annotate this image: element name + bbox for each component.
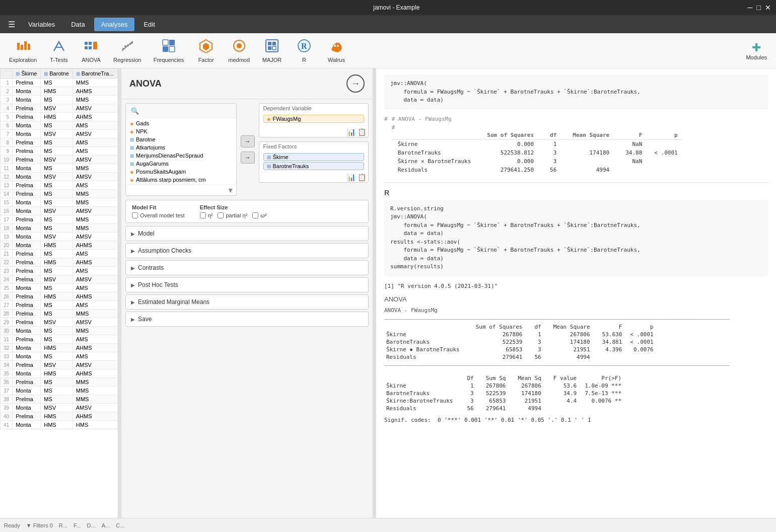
col-header-barotnetrauks[interactable]: ⊞ BarotneTra... — [73, 69, 117, 79]
eta-input[interactable] — [200, 212, 206, 218]
statusbar-r[interactable]: R... — [59, 522, 67, 528]
dependent-chip[interactable]: ◈ FWaugsMg — [263, 115, 365, 123]
fixed-factor-barotnetrauks[interactable]: ⊞ BarotneTrauks — [263, 162, 365, 170]
svg-point-32 — [337, 45, 339, 47]
modules-button[interactable]: ✚ Modules — [741, 38, 772, 63]
source-var-item[interactable]: ◈Attālums starp posmiem, cm — [126, 176, 236, 184]
t3r1c1: 1 — [461, 382, 479, 390]
run-analysis-button[interactable]: → — [346, 74, 365, 93]
skirne-cell: Prelma — [13, 395, 41, 404]
overall-model-test-checkbox[interactable]: Overall model test — [132, 212, 185, 218]
t3r4c0: Residuals — [384, 405, 461, 412]
skirne-col-icon: ⊞ — [16, 71, 20, 77]
save-header[interactable]: ▶ Save — [126, 312, 368, 326]
toolbar-factor[interactable]: Factor — [191, 36, 221, 66]
td-skirne-ss: 0.000 — [479, 139, 542, 148]
variable-search-button[interactable]: 🔍 — [130, 106, 140, 116]
td-barotne-1: BarotneTrauks — [392, 148, 479, 157]
toolbar-exploration[interactable]: Exploration — [4, 36, 42, 66]
col-header-skirne[interactable]: ⊞ Škirne — [13, 69, 41, 79]
save-chevron: ▶ — [131, 317, 135, 322]
toolbar-anova[interactable]: ANOVA — [76, 36, 106, 66]
svg-rect-0 — [17, 43, 20, 50]
skirne-name: Škirne — [273, 154, 289, 160]
var-name: Barotne — [136, 136, 156, 142]
analysis-body[interactable]: 🔍 ◈Gads◈NPK⊞Barotne⊞Atkartojums⊞Merijums… — [121, 99, 373, 518]
eta-checkbox[interactable]: η² — [200, 212, 213, 218]
toolbar-walrus[interactable]: Walrus — [321, 36, 351, 66]
overall-model-test-input[interactable] — [132, 212, 138, 218]
omega-input[interactable] — [252, 212, 258, 218]
filter-button[interactable]: ▼ Filters 0 — [26, 522, 53, 528]
fixed-factors-table-btn[interactable]: 📋 — [358, 173, 366, 181]
toolbar-medmod[interactable]: medmod — [223, 36, 255, 66]
row-num-cell: 36 — [1, 378, 13, 387]
barotnetrauks-cell: AHMS — [73, 344, 117, 352]
fixed-factor-skirne[interactable]: ⊞ Škirne — [263, 153, 365, 161]
post-hoc-header[interactable]: ▶ Post Hoc Tests — [126, 278, 368, 292]
minimize-button[interactable]: ─ — [748, 4, 753, 12]
col-header-barotne[interactable]: ⊞ Barotne — [41, 69, 73, 79]
statusbar-f[interactable]: F... — [74, 522, 81, 528]
close-button[interactable]: ✕ — [765, 4, 771, 12]
source-var-item[interactable]: ⊞AugaGarums — [126, 160, 236, 168]
menu-variables[interactable]: Variables — [21, 18, 62, 31]
anova-sublabel: ANOVA — [384, 295, 768, 303]
skirne-cell: Monta — [13, 96, 41, 104]
t2r4c1: 279641 — [470, 353, 529, 361]
partial-eta-input[interactable] — [218, 212, 224, 218]
output-panel[interactable]: jmv::ANOVA( formula = FWaugsMg ~ `Škirne… — [376, 68, 776, 518]
menu-analyses[interactable]: Analyses — [94, 18, 135, 31]
arrow-to-dependent[interactable]: → — [241, 135, 255, 147]
fixed-factors-chart-btn[interactable]: 📊 — [347, 173, 356, 181]
source-var-item[interactable]: ◈NPK — [126, 127, 236, 135]
menu-data[interactable]: Data — [64, 18, 92, 31]
th-empty — [392, 131, 479, 140]
menu-edit[interactable]: Edit — [136, 18, 162, 31]
skirne-cell: Prelma — [13, 258, 41, 267]
model-header[interactable]: ▶ Model — [126, 226, 368, 241]
source-list-down[interactable]: ▼ — [227, 186, 234, 194]
toolbar-r[interactable]: R R — [289, 36, 319, 66]
statusbar-a[interactable]: A... — [102, 522, 110, 528]
barotne-cell: MS — [41, 395, 73, 404]
source-var-item[interactable]: ⊞Atkartojums — [126, 143, 236, 151]
arrow-to-fixed[interactable]: → — [241, 151, 255, 164]
table-row: 23 Prelma MS AMS — [1, 267, 118, 275]
svg-rect-28 — [272, 46, 276, 50]
source-var-item[interactable]: ⊞MerijumsDienasPecSpraud — [126, 151, 236, 160]
dependent-table-btn[interactable]: 📋 — [358, 128, 366, 136]
row-num-cell: 30 — [1, 327, 13, 335]
svg-rect-16 — [163, 40, 168, 45]
barotne-cell: MSV — [41, 207, 73, 215]
estimated-marginal-header[interactable]: ▶ Estimated Marginal Means — [126, 295, 368, 309]
statusbar-d[interactable]: D... — [87, 522, 96, 528]
source-var-item[interactable]: ◈Gads — [126, 119, 236, 127]
td-barotne-df: 3 — [542, 148, 565, 157]
source-var-item[interactable]: ◈PosmuSkaitsAugam — [126, 168, 236, 176]
toolbar-regression[interactable]: Regression — [108, 36, 147, 66]
contrasts-header[interactable]: ▶ Contrasts — [126, 261, 368, 275]
svg-rect-3 — [28, 44, 30, 50]
svg-rect-8 — [89, 46, 92, 49]
assumption-checks-header[interactable]: ▶ Assumption Checks — [126, 244, 368, 258]
table-row: 41 Monta HMS HMS — [1, 421, 118, 429]
skirne-cell: Monta — [13, 173, 41, 181]
row-num-cell: 7 — [1, 130, 13, 138]
toolbar-major[interactable]: MAJOR — [257, 36, 287, 66]
omega-checkbox[interactable]: ω² — [252, 212, 266, 218]
dependent-chart-btn[interactable]: 📊 — [347, 128, 356, 136]
toolbar-ttests[interactable]: T-Tests — [44, 36, 74, 66]
hamburger-menu[interactable]: ☰ — [4, 18, 19, 31]
source-list-scroll[interactable]: ◈Gads◈NPK⊞Barotne⊞Atkartojums⊞MerijumsDi… — [126, 118, 236, 185]
source-var-item[interactable]: ⊞Barotne — [126, 135, 236, 143]
barotnetrauks-cell: MMS — [73, 79, 117, 87]
data-table-scroll[interactable]: ⊞ Škirne ⊞ Barotne ⊞ BarotneTra... — [0, 68, 118, 518]
partial-eta-checkbox[interactable]: partial η² — [218, 212, 247, 218]
barotnetrauks-icon: ⊞ — [267, 164, 271, 169]
toolbar-frequencies[interactable]: Frequencies — [149, 36, 189, 66]
barotne-cell: MS — [41, 387, 73, 395]
statusbar-c[interactable]: C... — [116, 522, 124, 528]
maximize-button[interactable]: □ — [757, 4, 761, 12]
row-num-cell: 16 — [1, 207, 13, 215]
